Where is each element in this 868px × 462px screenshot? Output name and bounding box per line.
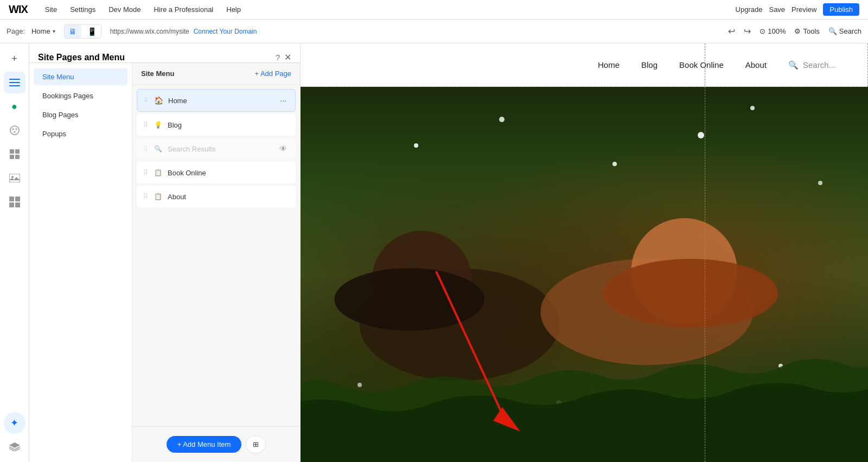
drag-handle-icon: ⠿	[144, 97, 149, 104]
svg-point-12	[11, 176, 14, 178]
book-online-page-label: Book Online	[168, 169, 289, 177]
apps-icon[interactable]	[4, 143, 25, 165]
svg-rect-2	[9, 85, 20, 86]
site-nav-blog[interactable]: Blog	[641, 60, 658, 69]
nav-hire[interactable]: Hire a Professional	[154, 5, 213, 14]
search-results-visibility-button[interactable]: 👁	[277, 143, 289, 154]
page-label: Page:	[7, 27, 25, 35]
panel-right-content: Site Menu + Add Page ⠿ 🏠 Home ···	[132, 63, 300, 462]
preview-button[interactable]: Preview	[792, 5, 816, 14]
search-button[interactable]: 🔍 Search	[828, 27, 861, 35]
svg-point-4	[12, 129, 14, 130]
about-page-label: About	[168, 193, 289, 201]
current-page-name: Home	[31, 27, 50, 35]
svg-rect-15	[9, 202, 14, 207]
tab-bookings-pages[interactable]: Bookings Pages	[34, 87, 127, 104]
page-selector[interactable]: Home ▾	[31, 27, 55, 35]
upgrade-button[interactable]: Upgrade	[736, 5, 763, 14]
add-menu-item-button[interactable]: + Add Menu Item	[167, 436, 242, 453]
nav-site[interactable]: Site	[45, 5, 57, 14]
menu-item-search-results[interactable]: ⠿ 🔍 Search Results 👁	[137, 138, 296, 160]
panel-container: Site Menu Bookings Pages Blog Pages Popu…	[29, 63, 300, 462]
main-area: + ●	[0, 43, 868, 462]
svg-point-22	[603, 259, 778, 328]
blog-page-icon: 💡	[152, 119, 163, 130]
site-menu-title: Site Menu	[141, 69, 174, 78]
mobile-view-button[interactable]: 📱	[83, 25, 101, 38]
blocks-icon[interactable]	[4, 191, 25, 213]
layers-icon[interactable]	[4, 436, 25, 458]
svg-point-3	[10, 126, 19, 135]
site-header: Home Blog Book Online About 🔍 Search...	[301, 43, 868, 87]
panel-help-button[interactable]: ?	[276, 53, 280, 62]
save-button[interactable]: Save	[769, 5, 785, 14]
drag-handle-icon: ⠿	[143, 145, 148, 153]
nav-devmode[interactable]: Dev Mode	[108, 5, 141, 14]
search-icon: 🔍	[788, 60, 799, 70]
panel-close-button[interactable]: ✕	[284, 52, 291, 62]
panel-header-actions: ? ✕	[276, 52, 291, 62]
manage-menu-button[interactable]: ⊞	[246, 435, 266, 453]
panel-bottom: + Add Menu Item ⊞	[132, 426, 300, 462]
home-item-actions: ···	[278, 95, 289, 106]
add-page-button[interactable]: + Add Page	[254, 69, 291, 78]
tab-blog-pages[interactable]: Blog Pages	[34, 106, 127, 123]
tools-label: Tools	[803, 27, 819, 35]
drag-handle-icon: ⠿	[143, 169, 148, 176]
svg-rect-7	[10, 149, 14, 154]
home-page-icon: 🏠	[153, 95, 164, 106]
view-mode-buttons: 🖥 📱	[64, 24, 101, 39]
search-results-page-label: Search Results	[168, 145, 277, 153]
media-icon[interactable]	[4, 167, 25, 189]
hero-image	[301, 87, 868, 462]
design-icon[interactable]: ●	[4, 96, 25, 117]
home-item-more-button[interactable]: ···	[278, 95, 289, 106]
ai-assistant-icon[interactable]: ✦	[4, 412, 25, 434]
svg-point-5	[15, 129, 17, 130]
svg-rect-16	[15, 202, 20, 207]
pages-menu-icon[interactable]	[4, 72, 25, 93]
connect-domain-link[interactable]: Connect Your Domain	[194, 28, 257, 35]
book-online-page-icon: 📋	[152, 167, 163, 178]
publish-button[interactable]: Publish	[823, 3, 859, 16]
site-nav-about[interactable]: About	[745, 60, 767, 69]
nav-settings[interactable]: Settings	[70, 5, 95, 14]
menu-item-blog[interactable]: ⠿ 💡 Blog	[137, 114, 296, 136]
site-nav-home[interactable]: Home	[598, 60, 620, 69]
top-navigation: WIX Site Settings Dev Mode Hire a Profes…	[0, 0, 868, 20]
site-url: https://www.wix.com/mysite	[110, 28, 189, 35]
desktop-view-button[interactable]: 🖥	[65, 25, 81, 38]
svg-rect-8	[15, 149, 20, 154]
hero-people-illustration	[301, 87, 868, 462]
svg-rect-0	[9, 79, 20, 80]
svg-rect-14	[15, 197, 20, 201]
second-toolbar: Page: Home ▾ 🖥 📱 https://www.wix.com/mys…	[0, 20, 868, 43]
site-pages-panel: Site Pages and Menu ? ✕ Site Menu Bookin…	[29, 43, 301, 462]
add-elements-icon[interactable]: +	[4, 48, 25, 69]
tab-site-menu[interactable]: Site Menu	[34, 68, 127, 85]
palette-icon[interactable]	[4, 119, 25, 141]
redo-button[interactable]: ↪	[744, 26, 751, 36]
panel-title: Site Pages and Menu	[38, 53, 125, 62]
search-results-page-icon: 🔍	[152, 143, 163, 154]
search-results-actions: 👁	[277, 143, 289, 154]
tab-popups[interactable]: Popups	[34, 125, 127, 142]
toolbar-right: ↩ ↪ ⊙ 100% ⚙ Tools 🔍 Search	[728, 26, 861, 36]
menu-item-home[interactable]: ⠿ 🏠 Home ···	[137, 89, 296, 112]
top-nav-right: Upgrade Save Preview Publish	[736, 3, 859, 16]
svg-rect-11	[9, 174, 20, 182]
menu-item-book-online[interactable]: ⠿ 📋 Book Online	[137, 162, 296, 183]
tools-button[interactable]: ⚙ Tools	[794, 27, 819, 35]
nav-help[interactable]: Help	[226, 5, 241, 14]
site-nav-book-online[interactable]: Book Online	[679, 60, 724, 69]
svg-rect-1	[9, 82, 20, 83]
tools-icon: ⚙	[794, 27, 801, 35]
undo-button[interactable]: ↩	[728, 26, 735, 36]
search-label: Search	[839, 27, 861, 35]
svg-rect-13	[9, 197, 14, 201]
menu-item-about[interactable]: ⠿ 📋 About	[137, 186, 296, 207]
svg-point-6	[14, 131, 15, 133]
zoom-control[interactable]: ⊙ 100%	[760, 27, 786, 35]
url-bar: https://www.wix.com/mysite Connect Your …	[110, 28, 327, 35]
site-search-bar[interactable]: 🔍 Search...	[788, 60, 835, 70]
